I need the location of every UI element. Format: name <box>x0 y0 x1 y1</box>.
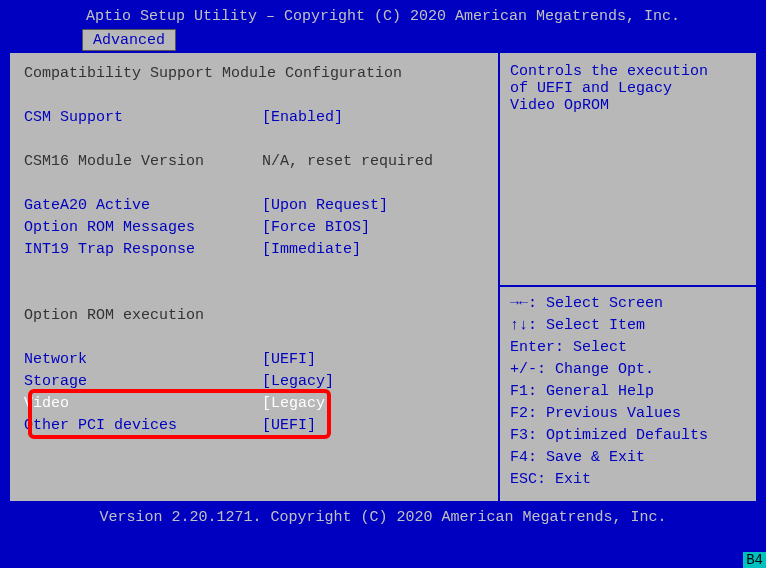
storage-value[interactable]: [Legacy] <box>262 371 334 393</box>
csm-support-label: CSM Support <box>24 107 262 129</box>
gatea20-row[interactable]: GateA20 Active [Upon Request] <box>24 195 484 217</box>
storage-label: Storage <box>24 371 262 393</box>
csm-support-value[interactable]: [Enabled] <box>262 107 343 129</box>
key-select-item: ↑↓: Select Item <box>510 315 746 337</box>
key-esc: ESC: Exit <box>510 469 746 491</box>
help-desc-1: Controls the execution <box>510 63 746 80</box>
section-title: Compatibility Support Module Configurati… <box>24 63 484 85</box>
int19-value[interactable]: [Immediate] <box>262 239 361 261</box>
main-panel: Compatibility Support Module Configurati… <box>8 51 500 503</box>
int19-label: INT19 Trap Response <box>24 239 262 261</box>
other-pci-row[interactable]: Other PCI devices [UEFI] <box>24 415 484 437</box>
int19-row[interactable]: INT19 Trap Response [Immediate] <box>24 239 484 261</box>
oprom-exec-title: Option ROM execution <box>24 305 484 327</box>
gatea20-label: GateA20 Active <box>24 195 262 217</box>
help-keys: →←: Select Screen ↑↓: Select Item Enter:… <box>510 287 746 491</box>
help-desc-2: of UEFI and Legacy <box>510 80 746 97</box>
network-label: Network <box>24 349 262 371</box>
key-enter: Enter: Select <box>510 337 746 359</box>
tab-advanced[interactable]: Advanced <box>82 29 176 51</box>
tab-bar: Advanced <box>4 29 762 51</box>
footer-text: Version 2.20.1271. Copyright (C) 2020 Am… <box>4 503 762 528</box>
gatea20-value[interactable]: [Upon Request] <box>262 195 388 217</box>
csm16-row: CSM16 Module Version N/A, reset required <box>24 151 484 173</box>
video-row-selected[interactable]: Video [Legacy] <box>24 393 484 415</box>
csm16-label: CSM16 Module Version <box>24 151 262 173</box>
other-pci-label: Other PCI devices <box>24 415 262 437</box>
key-f1: F1: General Help <box>510 381 746 403</box>
csm16-value: N/A, reset required <box>262 151 433 173</box>
corner-badge: B4 <box>743 552 766 568</box>
oprom-msg-row[interactable]: Option ROM Messages [Force BIOS] <box>24 217 484 239</box>
csm-support-row[interactable]: CSM Support [Enabled] <box>24 107 484 129</box>
network-value[interactable]: [UEFI] <box>262 349 316 371</box>
header-title: Aptio Setup Utility – Copyright (C) 2020… <box>4 4 762 29</box>
key-change-opt: +/-: Change Opt. <box>510 359 746 381</box>
video-value[interactable]: [Legacy] <box>262 393 334 415</box>
video-label: Video <box>24 393 262 415</box>
key-select-screen: →←: Select Screen <box>510 293 746 315</box>
oprom-msg-label: Option ROM Messages <box>24 217 262 239</box>
network-row[interactable]: Network [UEFI] <box>24 349 484 371</box>
help-desc-3: Video OpROM <box>510 97 746 114</box>
key-f3: F3: Optimized Defaults <box>510 425 746 447</box>
other-pci-value[interactable]: [UEFI] <box>262 415 316 437</box>
storage-row[interactable]: Storage [Legacy] <box>24 371 484 393</box>
oprom-msg-value[interactable]: [Force BIOS] <box>262 217 370 239</box>
help-panel: Controls the execution of UEFI and Legac… <box>500 51 758 503</box>
key-f4: F4: Save & Exit <box>510 447 746 469</box>
key-f2: F2: Previous Values <box>510 403 746 425</box>
